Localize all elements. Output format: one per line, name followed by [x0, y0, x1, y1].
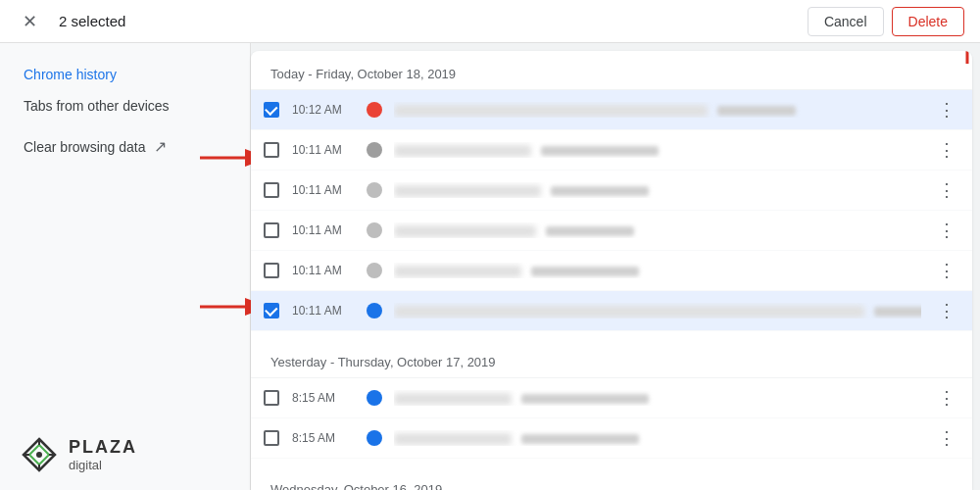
row-title	[394, 430, 921, 446]
more-button[interactable]: ⋮	[933, 96, 960, 123]
sidebar-label-clear: Clear browsing data	[24, 139, 146, 155]
cancel-button[interactable]: Cancel	[808, 7, 884, 36]
row-time: 8:15 AM	[292, 431, 355, 445]
row-title	[394, 142, 921, 158]
external-link-icon: ↗	[154, 137, 167, 156]
row-time: 8:15 AM	[292, 391, 355, 405]
row-title	[394, 102, 921, 118]
checkbox-4[interactable]	[264, 222, 279, 238]
history-row[interactable]: 10:12 AM ⋮	[251, 90, 972, 130]
logo-icon	[20, 435, 59, 474]
row-title	[394, 390, 921, 406]
more-button[interactable]: ⋮	[933, 136, 960, 164]
row-time: 10:12 AM	[292, 103, 355, 117]
more-button[interactable]: ⋮	[933, 217, 960, 244]
close-button[interactable]: ✕	[16, 8, 43, 35]
sidebar-item-tabs[interactable]: Tabs from other devices	[0, 90, 250, 122]
sidebar-label-tabs: Tabs from other devices	[24, 98, 170, 114]
favicon	[367, 182, 382, 198]
more-button[interactable]: ⋮	[933, 176, 960, 204]
sidebar-item-chrome-history[interactable]: Chrome history	[0, 59, 250, 90]
history-row[interactable]: 8:15 AM ⋮	[251, 418, 972, 459]
checkbox-y2[interactable]	[264, 430, 279, 446]
checkbox-5[interactable]	[264, 263, 279, 278]
main-layout: Chrome history Tabs from other devices C…	[0, 43, 980, 490]
checkbox-wrap[interactable]	[263, 389, 280, 407]
checkbox-wrap[interactable]	[263, 429, 280, 447]
row-title	[394, 182, 921, 198]
favicon	[367, 102, 382, 118]
row-time: 10:11 AM	[292, 183, 355, 197]
history-row[interactable]: 10:11 AM ⋮	[251, 291, 972, 331]
logo-text: PLAZA	[69, 437, 137, 458]
sidebar-label-chrome-history: Chrome history	[24, 67, 117, 82]
history-row[interactable]: 8:15 AM ⋮	[251, 378, 972, 418]
section-header-today: Today - Friday, October 18, 2019	[251, 51, 972, 90]
row-title	[394, 303, 921, 318]
row-title	[394, 263, 921, 278]
checkbox-6[interactable]	[264, 303, 279, 318]
selected-count: 2 selected	[59, 13, 792, 29]
history-content: Today - Friday, October 18, 2019 10:12 A…	[251, 51, 972, 490]
more-button[interactable]: ⋮	[933, 297, 960, 324]
logo-sub: digital	[69, 458, 137, 472]
history-row[interactable]: 10:11 AM ⋮	[251, 171, 972, 211]
row-time: 10:11 AM	[292, 143, 355, 157]
checkbox-y1[interactable]	[264, 390, 279, 406]
checkbox-wrap[interactable]	[263, 141, 280, 159]
sidebar-item-clear-browsing[interactable]: Clear browsing data ↗	[0, 129, 250, 164]
favicon	[367, 222, 382, 238]
svg-point-6	[36, 452, 42, 458]
topbar-actions: Cancel Delete	[808, 7, 964, 36]
more-button[interactable]: ⋮	[933, 424, 960, 452]
row-title	[394, 222, 921, 238]
topbar: ✕ 2 selected Cancel Delete	[0, 0, 980, 43]
checkbox-wrap[interactable]	[263, 262, 280, 279]
favicon	[367, 430, 382, 446]
favicon	[367, 263, 382, 278]
history-row[interactable]: 10:11 AM ⋮	[251, 211, 972, 251]
section-header-yesterday: Yesterday - Thursday, October 17, 2019	[251, 339, 972, 378]
checkbox-3[interactable]	[264, 182, 279, 198]
row-time: 10:11 AM	[292, 304, 355, 318]
history-row[interactable]: 10:11 AM ⋮	[251, 251, 972, 291]
row-time: 10:11 AM	[292, 264, 355, 277]
favicon	[367, 303, 382, 318]
checkbox-wrap[interactable]	[263, 221, 280, 239]
checkbox-wrap[interactable]	[263, 181, 280, 199]
checkbox-1[interactable]	[264, 102, 279, 118]
logo-area: PLAZA digital	[20, 435, 137, 474]
checkbox-wrap[interactable]	[263, 101, 280, 119]
row-time: 10:11 AM	[292, 223, 355, 237]
more-button[interactable]: ⋮	[933, 384, 960, 412]
favicon	[367, 142, 382, 158]
checkbox-wrap[interactable]	[263, 302, 280, 319]
checkbox-2[interactable]	[264, 142, 279, 158]
section-header-wednesday: Wednesday, October 16, 2019	[251, 466, 972, 490]
delete-button[interactable]: Delete	[892, 7, 964, 36]
more-button[interactable]: ⋮	[933, 257, 960, 284]
sidebar: Chrome history Tabs from other devices C…	[0, 43, 251, 490]
history-row[interactable]: 10:11 AM ⋮	[251, 130, 972, 171]
favicon	[367, 390, 382, 406]
